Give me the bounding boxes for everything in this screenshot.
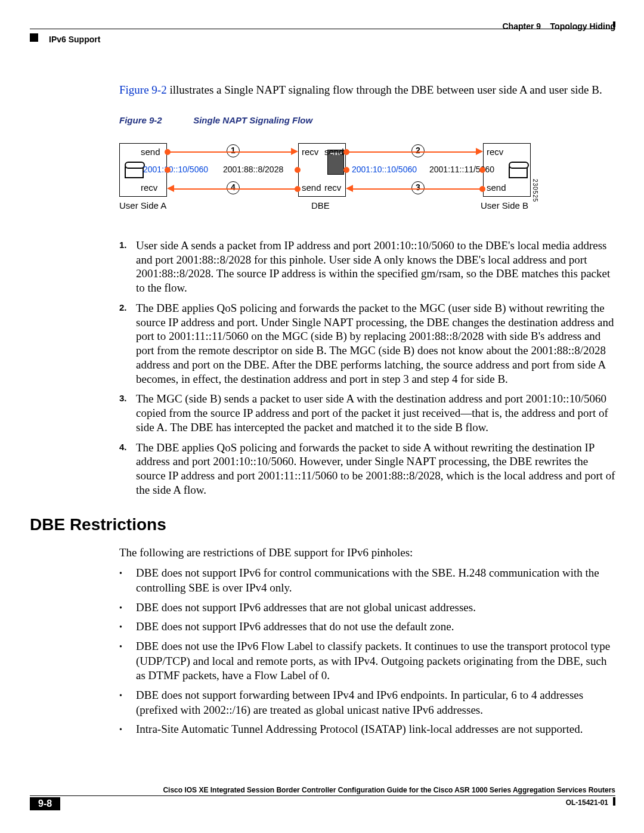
doc-id: OL-15421-01 (566, 798, 608, 807)
steps-list: 1.User side A sends a packet from IP add… (119, 239, 615, 497)
section-intro: The following are restrictions of DBE su… (119, 546, 615, 561)
flow-dot (343, 167, 349, 173)
step-circle-3: 3 (411, 181, 425, 194)
restrictions-list: DBE does not support IPv6 for control co… (119, 566, 615, 737)
user-b-label: User Side B (481, 200, 528, 210)
figure-ref-link[interactable]: Figure 9-2 (119, 83, 167, 96)
flow-line (347, 151, 476, 153)
list-item: DBE does not support IPv6 addresses that… (119, 600, 615, 615)
arrow-left-icon (346, 185, 353, 192)
flow-dot (295, 167, 301, 173)
step-circle-1: 1 (227, 144, 240, 157)
figure-number: Figure 9-2 (119, 115, 191, 125)
intro-paragraph: Figure 9-2 illustrates a Single NAPT sig… (119, 83, 615, 97)
footer-side-bar (613, 797, 615, 806)
dbe-label: DBE (311, 200, 330, 210)
header-chapter: Chapter 9 Topology Hiding (502, 21, 615, 31)
step-text: The MGC (side B) sends a packet to user … (136, 392, 615, 434)
recv-label: recv (487, 147, 503, 157)
chapter-number: Chapter 9 (502, 21, 541, 31)
step-text: User side A sends a packet from IP addre… (136, 239, 615, 295)
step-circle-2: 2 (411, 144, 425, 157)
list-item: DBE does not support IPv6 addresses that… (119, 620, 615, 634)
bullet-text: DBE does not use the IPv6 Flow Label to … (136, 639, 615, 683)
flow-line (174, 188, 297, 190)
header-marker (30, 33, 38, 42)
addr-dbe: 2001:88::8/2028 (223, 165, 283, 174)
step-text: The DBE applies QoS policing and forward… (136, 301, 615, 386)
list-item: DBE does not use the IPv6 Flow Label to … (119, 639, 615, 683)
intro-text: illustrates a Single NAPT signaling flow… (167, 83, 602, 96)
header-rule (30, 29, 615, 29)
arrow-right-icon (291, 148, 298, 155)
send-label: send (302, 182, 321, 193)
send-label: send (324, 147, 344, 157)
addr-a: 2001:10::10/5060 (143, 165, 208, 174)
step-text: The DBE applies QoS policing and forward… (136, 441, 615, 497)
step-circle-4: 4 (227, 181, 240, 194)
figure-caption: Figure 9-2 Single NAPT Signaling Flow (119, 115, 615, 125)
header-side-bar (613, 21, 615, 27)
list-item: 4.The DBE applies QoS policing and forwa… (119, 441, 615, 497)
list-item: 1.User side A sends a packet from IP add… (119, 239, 615, 295)
bullet-text: DBE does not support IPv6 for control co… (136, 566, 615, 595)
addr-a2: 2001:10::10/5060 (352, 165, 417, 174)
phone-icon (509, 165, 528, 178)
flow-dot (479, 167, 485, 173)
section-heading: DBE Restrictions (30, 515, 615, 534)
recv-label: recv (324, 182, 341, 193)
header-section: IPv6 Support (49, 35, 100, 44)
send-label: send (487, 182, 506, 193)
footer-doc-title: Cisco IOS XE Integrated Session Border C… (30, 786, 615, 796)
arrow-right-icon (476, 148, 483, 155)
page-number: 9-8 (30, 797, 60, 810)
user-a-label: User Side A (119, 200, 166, 210)
page-footer: Cisco IOS XE Integrated Session Border C… (30, 786, 615, 809)
recv-label: recv (302, 147, 318, 157)
chapter-title: Topology Hiding (550, 21, 615, 31)
bullet-text: DBE does not support forwarding between … (136, 688, 615, 717)
bullet-text: DBE does not support IPv6 addresses that… (136, 600, 476, 615)
list-item: Intra-Site Automatic Tunnel Addressing P… (119, 722, 615, 737)
list-item: DBE does not support forwarding between … (119, 688, 615, 717)
bullet-text: DBE does not support IPv6 addresses that… (136, 620, 454, 634)
list-item: 2.The DBE applies QoS policing and forwa… (119, 301, 615, 386)
send-label: send (141, 147, 160, 157)
figure-title: Single NAPT Signaling Flow (193, 115, 312, 125)
list-item: DBE does not support IPv6 for control co… (119, 566, 615, 595)
flow-dot (165, 167, 171, 173)
list-item: 3.The MGC (side B) sends a packet to use… (119, 392, 615, 434)
flow-line (168, 151, 291, 153)
recv-label: recv (141, 182, 157, 193)
arrow-left-icon (167, 185, 174, 192)
figure-diagram: send recv send recv recv send recv send … (119, 143, 537, 221)
bullet-text: Intra-Site Automatic Tunnel Addressing P… (136, 722, 583, 737)
phone-icon (125, 165, 144, 178)
flow-line (353, 188, 482, 190)
image-id: 230525 (532, 179, 538, 202)
